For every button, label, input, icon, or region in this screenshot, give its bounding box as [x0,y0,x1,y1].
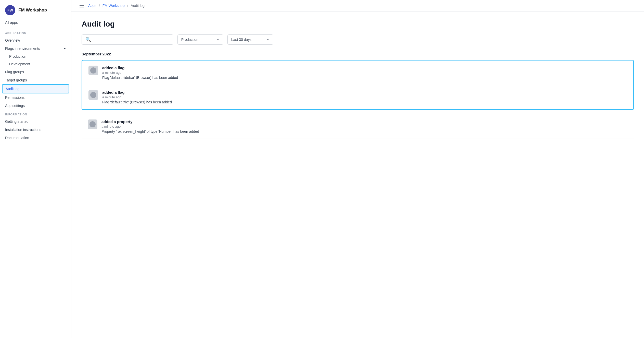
avatar: FW [5,5,15,15]
all-apps-link[interactable]: All apps [0,19,71,29]
log-action: added a property [101,119,628,124]
sidebar-item-flag-groups[interactable]: Flag groups [0,68,71,76]
avatar [88,119,97,129]
sidebar-item-permissions[interactable]: Permissions [0,93,71,102]
log-item: added a flag a minute ago Flag 'default.… [82,61,633,85]
sidebar-item-getting-started[interactable]: Getting started [0,117,71,126]
search-box[interactable]: 🔍 [82,34,173,45]
sidebar-item-documentation[interactable]: Documentation [0,134,71,142]
log-description: Flag 'default.sidebar' (Browser) has bee… [102,76,627,80]
filters-row: 🔍 Production ▼ Last 30 days ▼ [82,34,634,45]
search-icon: 🔍 [85,37,91,42]
log-time: a minute ago [101,125,628,128]
menu-icon[interactable] [80,4,84,7]
avatar [88,90,98,100]
page-title: Audit log [82,20,634,28]
menu-line-1 [80,4,84,4]
log-time: a minute ago [102,71,627,75]
content-area: Audit log 🔍 Production ▼ Last 30 days ▼ … [71,11,644,338]
highlighted-log-group: added a flag a minute ago Flag 'default.… [82,60,634,110]
sidebar-item-audit-log[interactable]: Audit log [2,84,69,93]
main-content: Apps / FM Workshop / Audit log Audit log… [71,0,644,338]
log-body: added a property a minute ago Property '… [101,119,628,134]
date-range-select[interactable]: Last 30 days ▼ [227,34,273,45]
breadcrumb-app-link[interactable]: FM Workshop [102,4,125,8]
avatar-inner [90,67,96,74]
log-description: Flag 'default.title' (Browser) has been … [102,100,627,104]
topbar: Apps / FM Workshop / Audit log [71,0,644,11]
menu-line-2 [80,5,84,6]
sidebar-item-target-groups[interactable]: Target groups [0,76,71,84]
log-time: a minute ago [102,95,627,99]
sidebar-sub-item-development[interactable]: Development [0,60,71,68]
environment-value: Production [181,38,198,42]
sidebar-item-flags-in-environments[interactable]: Flags in environments [0,44,71,53]
breadcrumb-sep-2: / [127,4,128,8]
app-name: FM Workshop [18,8,47,13]
sidebar-item-app-settings[interactable]: App settings [0,102,71,110]
log-description: Property 'rox.screen_height' of type 'Nu… [101,129,628,134]
section-application-label: APPLICATION [0,29,71,36]
sidebar-header: FW FM Workshop [0,0,71,19]
search-input[interactable] [94,38,170,42]
sidebar: FW FM Workshop All apps APPLICATION Over… [0,0,71,338]
chevron-down-icon: ▼ [266,38,269,41]
chevron-down-icon: ▼ [216,38,220,41]
log-action: added a flag [102,90,627,94]
divider [82,139,634,139]
avatar-inner [90,92,96,98]
breadcrumb-current: Audit log [131,4,145,8]
log-body: added a flag a minute ago Flag 'default.… [102,66,627,80]
sidebar-item-installation-instructions[interactable]: Installation instructions [0,126,71,134]
log-item: added a flag a minute ago Flag 'default.… [82,85,633,109]
log-action: added a flag [102,66,627,70]
breadcrumb-sep-1: / [99,4,100,8]
chevron-down-icon [63,48,66,49]
sidebar-item-overview[interactable]: Overview [0,36,71,44]
section-information-label: INFORMATION [0,110,71,117]
menu-line-3 [80,7,84,7]
log-body: added a flag a minute ago Flag 'default.… [102,90,627,104]
section-date: September 2022 [82,52,634,56]
breadcrumb-apps-link[interactable]: Apps [88,4,96,8]
sidebar-sub-item-production[interactable]: Production [0,53,71,60]
avatar-inner [89,121,96,127]
environment-select[interactable]: Production ▼ [177,34,223,45]
date-range-value: Last 30 days [231,38,251,42]
avatar [88,66,98,75]
log-item: added a property a minute ago Property '… [82,114,634,139]
